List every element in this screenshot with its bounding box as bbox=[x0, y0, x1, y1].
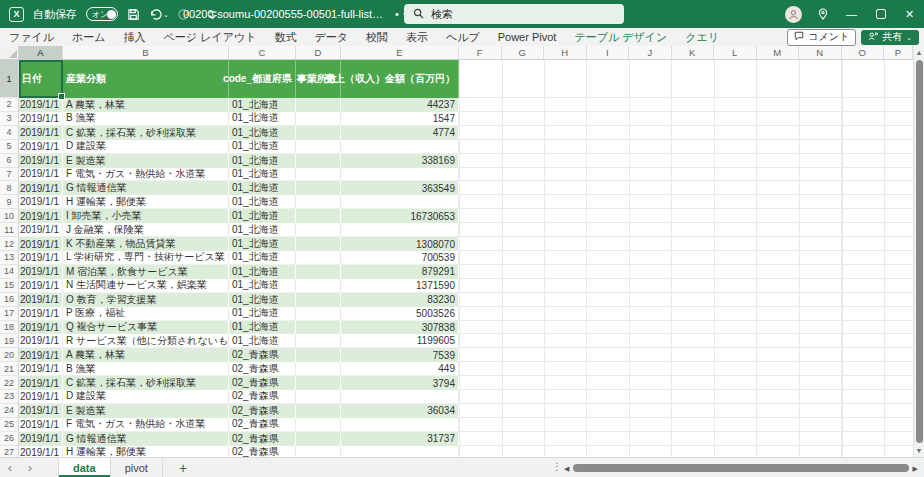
row-header-7[interactable]: 7 bbox=[0, 168, 19, 182]
cell[interactable]: 5003526 bbox=[341, 307, 459, 321]
cell[interactable]: K 不動産業，物品賃貸業 bbox=[63, 237, 229, 251]
cell[interactable] bbox=[296, 195, 341, 209]
cell[interactable]: 2019/1/1 bbox=[19, 432, 63, 446]
cell[interactable]: 02_青森県 bbox=[229, 404, 296, 418]
minimize-button[interactable]: — bbox=[837, 0, 866, 28]
cell[interactable]: C 鉱業，採石業，砂利採取業 bbox=[63, 126, 229, 140]
empty-cells[interactable] bbox=[459, 432, 913, 446]
cell[interactable]: D 建設業 bbox=[63, 390, 229, 404]
horizontal-scrollbar[interactable]: ◀ ▶ bbox=[564, 464, 918, 472]
cell[interactable]: 01_北海道 bbox=[229, 112, 296, 126]
cell[interactable]: G 情報通信業 bbox=[63, 432, 229, 446]
row-header-3[interactable]: 3 bbox=[0, 112, 19, 126]
cell[interactable]: L 学術研究，専門・技術サービス業 bbox=[63, 251, 229, 265]
location-pin-icon[interactable] bbox=[808, 0, 837, 28]
cell[interactable]: 01_北海道 bbox=[229, 265, 296, 279]
cell[interactable]: 307838 bbox=[341, 321, 459, 335]
cell[interactable]: 83230 bbox=[341, 293, 459, 307]
cell[interactable]: 2019/1/1 bbox=[19, 418, 63, 432]
column-header-N[interactable]: N bbox=[799, 46, 842, 59]
empty-cells[interactable] bbox=[459, 390, 913, 404]
cell[interactable] bbox=[341, 168, 459, 182]
empty-cells[interactable] bbox=[459, 293, 913, 307]
cell[interactable] bbox=[296, 140, 341, 154]
cell[interactable]: 02_青森県 bbox=[229, 446, 296, 457]
cell[interactable] bbox=[296, 293, 341, 307]
cell[interactable]: 879291 bbox=[341, 265, 459, 279]
cell[interactable]: 01_北海道 bbox=[229, 181, 296, 195]
cell[interactable]: 01_北海道 bbox=[229, 209, 296, 223]
cell[interactable]: 3794 bbox=[341, 376, 459, 390]
column-header-E[interactable]: E bbox=[341, 46, 459, 59]
cell[interactable]: 01_北海道 bbox=[229, 293, 296, 307]
cell[interactable] bbox=[296, 168, 341, 182]
autosave-toggle[interactable]: オン bbox=[86, 7, 118, 21]
cell[interactable]: 産業分類 bbox=[63, 60, 229, 98]
empty-cells[interactable] bbox=[459, 98, 913, 112]
cell[interactable]: R サービス業（他に分類されないもの） bbox=[63, 334, 229, 348]
empty-cells[interactable] bbox=[459, 154, 913, 168]
sheet-tab-data[interactable]: data bbox=[58, 458, 111, 477]
column-header-F[interactable]: F bbox=[459, 46, 502, 59]
cell[interactable]: 700539 bbox=[341, 251, 459, 265]
empty-cells[interactable] bbox=[459, 112, 913, 126]
save-icon[interactable] bbox=[127, 8, 140, 21]
empty-cells[interactable] bbox=[459, 348, 913, 362]
comments-button[interactable]: コメント bbox=[787, 29, 856, 46]
cell[interactable]: 31737 bbox=[341, 432, 459, 446]
column-header-H[interactable]: H bbox=[544, 46, 587, 59]
select-all-corner[interactable] bbox=[0, 46, 19, 59]
row-header-10[interactable]: 10 bbox=[0, 209, 19, 223]
cell[interactable] bbox=[296, 223, 341, 237]
row-header-22[interactable]: 22 bbox=[0, 376, 19, 390]
cell[interactable]: 01_北海道 bbox=[229, 140, 296, 154]
cell[interactable]: 1199605 bbox=[341, 334, 459, 348]
row-header-19[interactable]: 19 bbox=[0, 334, 19, 348]
cell[interactable]: 02_青森県 bbox=[229, 432, 296, 446]
row-header-2[interactable]: 2 bbox=[0, 98, 19, 112]
cell[interactable] bbox=[296, 265, 341, 279]
ribbon-tab-power-pivot[interactable]: Power Pivot bbox=[489, 28, 566, 46]
cell[interactable]: 2019/1/1 bbox=[19, 390, 63, 404]
row-header-8[interactable]: 8 bbox=[0, 181, 19, 195]
cell[interactable]: 売上（収入）金額（百万円） bbox=[341, 60, 459, 98]
cell[interactable]: B 漁業 bbox=[63, 362, 229, 376]
cell[interactable]: 2019/1/1 bbox=[19, 168, 63, 182]
vertical-scroll-thumb[interactable] bbox=[916, 60, 923, 443]
column-header-I[interactable]: I bbox=[587, 46, 630, 59]
search-input[interactable]: 検索 bbox=[404, 4, 624, 24]
scroll-up-icon[interactable]: ▲ bbox=[916, 46, 923, 59]
cell[interactable]: 2019/1/1 bbox=[19, 154, 63, 168]
cell[interactable]: J 金融業，保険業 bbox=[63, 223, 229, 237]
column-header-L[interactable]: L bbox=[714, 46, 757, 59]
cell[interactable]: 01_北海道 bbox=[229, 251, 296, 265]
cell[interactable] bbox=[296, 321, 341, 335]
ribbon-tab-クエリ[interactable]: クエリ bbox=[676, 28, 728, 46]
cell[interactable]: 2019/1/1 bbox=[19, 209, 63, 223]
empty-cells[interactable] bbox=[459, 223, 913, 237]
cell[interactable] bbox=[341, 418, 459, 432]
cell[interactable]: 2019/1/1 bbox=[19, 126, 63, 140]
cell[interactable]: 01_北海道 bbox=[229, 279, 296, 293]
cell[interactable]: 02_青森県 bbox=[229, 418, 296, 432]
restore-button[interactable] bbox=[866, 0, 895, 28]
close-button[interactable]: ✕ bbox=[895, 0, 924, 28]
cell[interactable] bbox=[296, 181, 341, 195]
empty-cells[interactable] bbox=[459, 321, 913, 335]
cell[interactable] bbox=[296, 376, 341, 390]
cell[interactable]: 1308070 bbox=[341, 237, 459, 251]
cell[interactable]: 2019/1/1 bbox=[19, 321, 63, 335]
cell[interactable]: O 教育，学習支援業 bbox=[63, 293, 229, 307]
empty-cells[interactable] bbox=[459, 168, 913, 182]
cell[interactable] bbox=[296, 112, 341, 126]
cell[interactable] bbox=[296, 334, 341, 348]
cell[interactable]: 01_北海道 bbox=[229, 223, 296, 237]
cell[interactable]: 2019/1/1 bbox=[19, 446, 63, 457]
cell[interactable]: 2019/1/1 bbox=[19, 348, 63, 362]
undo-icon[interactable]: ⌄ bbox=[149, 8, 169, 20]
ribbon-tab-ファイル[interactable]: ファイル bbox=[0, 28, 63, 46]
empty-cells[interactable] bbox=[459, 181, 913, 195]
cell[interactable] bbox=[296, 251, 341, 265]
cell[interactable]: H 運輸業，郵便業 bbox=[63, 446, 229, 457]
cell[interactable]: 1547 bbox=[341, 112, 459, 126]
